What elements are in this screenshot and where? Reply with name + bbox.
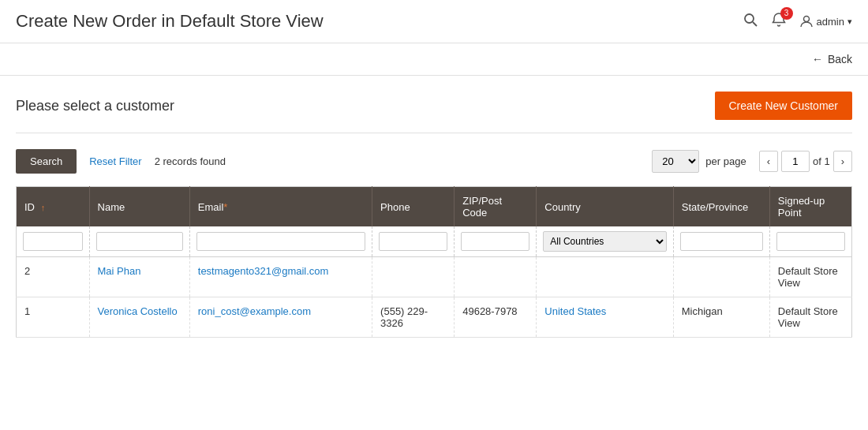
table-filter-row: All Countries United States xyxy=(17,226,852,257)
back-label: Back xyxy=(828,53,852,65)
col-header-email: Email* xyxy=(189,187,372,227)
admin-chevron-icon: ▾ xyxy=(847,17,852,27)
cell-state xyxy=(673,257,769,297)
svg-line-1 xyxy=(753,22,757,26)
user-icon xyxy=(799,14,814,28)
cell-name: Veronica Costello xyxy=(89,297,189,338)
per-page-label: per page xyxy=(705,155,746,167)
col-header-name: Name xyxy=(89,187,189,227)
page-of-label: of 1 xyxy=(813,155,830,167)
cell-email: roni_cost@example.com xyxy=(189,297,372,338)
next-page-button[interactable]: › xyxy=(833,151,852,172)
cell-zip xyxy=(455,257,537,297)
cell-id: 2 xyxy=(17,257,90,297)
table-header-row: ID ↑ Name Email* Phone ZIP/Post Code Cou… xyxy=(17,187,852,227)
per-page-select[interactable]: 20 30 50 100 200 xyxy=(652,150,699,173)
cell-name-link[interactable]: Veronica Costello xyxy=(98,305,178,317)
cell-country xyxy=(537,257,674,297)
cell-signup: Default Store View xyxy=(769,257,851,297)
notification-button[interactable]: 3 xyxy=(771,12,787,32)
search-button[interactable]: Search xyxy=(16,149,77,174)
cell-phone: (555) 229-3326 xyxy=(372,297,455,338)
filter-phone-input[interactable] xyxy=(379,232,447,251)
filter-signup-input[interactable] xyxy=(776,232,845,251)
col-header-phone: Phone xyxy=(372,187,455,227)
customer-header: Please select a customer Create New Cust… xyxy=(16,92,852,133)
notification-badge: 3 xyxy=(780,7,793,20)
cell-country-link[interactable]: United States xyxy=(544,305,606,317)
filter-bar: Search Reset Filter 2 records found 20 3… xyxy=(16,149,852,174)
svg-point-2 xyxy=(803,17,809,22)
page-title: Create New Order in Default Store View xyxy=(16,11,324,32)
prev-page-button[interactable]: ‹ xyxy=(759,151,778,172)
search-icon xyxy=(743,12,758,28)
select-customer-title: Please select a customer xyxy=(16,98,174,114)
cell-name: Mai Phan xyxy=(89,257,189,297)
cell-phone xyxy=(372,257,455,297)
admin-label: admin xyxy=(817,16,844,28)
back-bar: ← Back xyxy=(0,43,868,76)
top-bar: Create New Order in Default Store View 3… xyxy=(0,0,868,43)
cell-signup: Default Store View xyxy=(769,297,851,338)
col-header-signup: Signed-up Point xyxy=(769,187,851,227)
cell-id: 1 xyxy=(17,297,90,338)
customer-table: ID ↑ Name Email* Phone ZIP/Post Code Cou… xyxy=(16,186,852,338)
filter-name-input[interactable] xyxy=(96,232,183,251)
filter-id-input[interactable] xyxy=(23,232,83,251)
filter-state-input[interactable] xyxy=(680,232,763,251)
search-icon-button[interactable] xyxy=(743,12,758,32)
table-row: 1Veronica Costelloroni_cost@example.com(… xyxy=(17,297,852,338)
cell-email-link[interactable]: testmagento321@gmail.com xyxy=(198,265,329,277)
back-arrow-icon: ← xyxy=(812,53,823,65)
cell-state: Michigan xyxy=(673,297,769,338)
cell-country: United States xyxy=(537,297,674,338)
pagination: ‹ of 1 › xyxy=(759,151,852,172)
records-count: 2 records found xyxy=(155,155,226,167)
col-header-state: State/Province xyxy=(673,187,769,227)
create-new-customer-button[interactable]: Create New Customer xyxy=(715,92,853,120)
back-link[interactable]: ← Back xyxy=(812,53,852,65)
cell-email-link[interactable]: roni_cost@example.com xyxy=(198,305,311,317)
filter-email-input[interactable] xyxy=(196,232,365,251)
filter-zip-input[interactable] xyxy=(461,232,529,251)
svg-point-0 xyxy=(745,14,754,23)
cell-zip: 49628-7978 xyxy=(455,297,537,338)
sort-icon-id: ↑ xyxy=(41,203,46,212)
top-bar-actions: 3 admin ▾ xyxy=(743,12,852,32)
per-page-area: 20 30 50 100 200 per page xyxy=(652,150,746,173)
page-number-input[interactable] xyxy=(781,151,810,172)
cell-name-link[interactable]: Mai Phan xyxy=(98,265,141,277)
col-header-country: Country xyxy=(537,187,674,227)
admin-menu[interactable]: admin ▾ xyxy=(799,14,852,28)
content-area: Please select a customer Create New Cust… xyxy=(0,76,868,353)
col-header-zip: ZIP/Post Code xyxy=(455,187,537,227)
cell-email: testmagento321@gmail.com xyxy=(189,257,372,297)
filter-country-select[interactable]: All Countries United States xyxy=(543,231,667,252)
table-row: 2Mai Phantestmagento321@gmail.comDefault… xyxy=(17,257,852,297)
col-header-id[interactable]: ID ↑ xyxy=(17,187,90,227)
reset-filter-button[interactable]: Reset Filter xyxy=(89,155,141,167)
